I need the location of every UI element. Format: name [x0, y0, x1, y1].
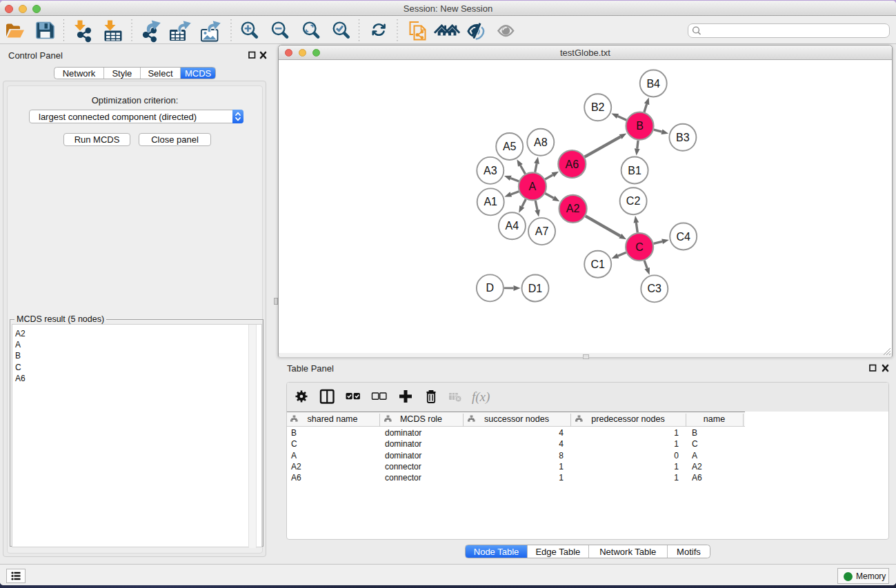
svg-text:B2: B2	[591, 101, 605, 113]
svg-text:C: C	[635, 241, 644, 253]
svg-text:C1: C1	[590, 258, 605, 270]
svg-text:C3: C3	[648, 283, 662, 294]
svg-text:A7: A7	[535, 225, 549, 237]
svg-text:D: D	[486, 282, 495, 294]
svg-text:B4: B4	[646, 78, 660, 90]
svg-text:A4: A4	[506, 220, 519, 232]
svg-text:f(x): f(x)	[472, 389, 490, 405]
svg-text:D1: D1	[528, 283, 543, 294]
svg-text:C2: C2	[626, 195, 641, 207]
svg-text:A3: A3	[484, 165, 497, 176]
svg-text:A: A	[529, 181, 537, 192]
svg-text:A1: A1	[484, 196, 497, 207]
svg-text:B1: B1	[628, 165, 641, 176]
svg-text:A5: A5	[503, 141, 517, 152]
svg-text:A2: A2	[566, 203, 580, 214]
svg-text:A6: A6	[566, 159, 579, 170]
svg-text:A8: A8	[534, 136, 548, 148]
svg-text:C4: C4	[676, 231, 690, 243]
svg-text:B: B	[636, 120, 644, 132]
svg-text:B3: B3	[676, 132, 690, 143]
